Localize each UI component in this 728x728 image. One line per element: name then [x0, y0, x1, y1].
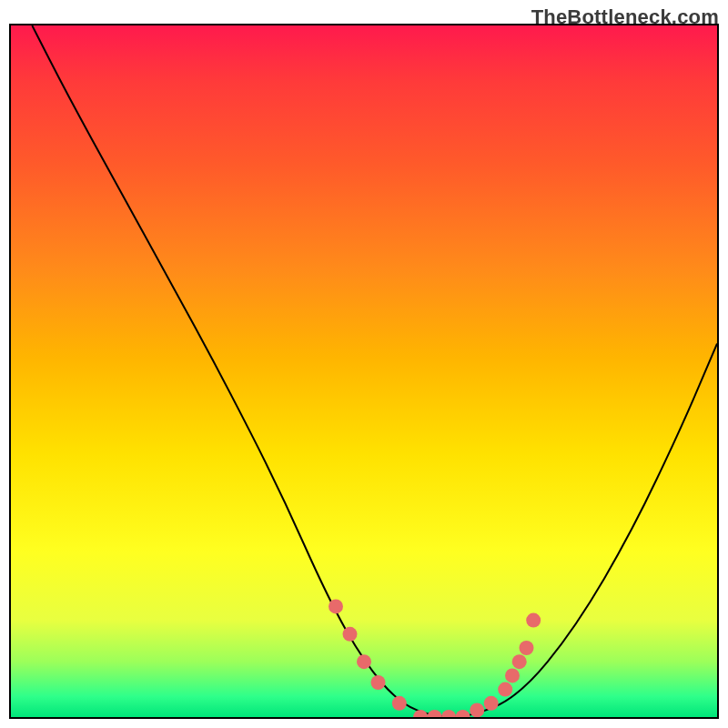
highlight-dot: [470, 703, 484, 717]
highlight-dot: [413, 710, 428, 717]
bottleneck-curve: [32, 25, 717, 717]
highlight-dot: [357, 654, 371, 669]
highlight-dot: [505, 668, 520, 682]
highlight-dot: [512, 654, 527, 669]
highlight-dot: [392, 696, 407, 711]
chart-overlay-svg: [11, 25, 717, 717]
highlight-dot: [441, 710, 456, 717]
highlight-dot: [329, 599, 343, 613]
watermark-text: TheBottleneck.com: [531, 5, 719, 29]
plot-area: [9, 24, 719, 719]
highlight-dot: [428, 710, 442, 717]
highlight-dot: [371, 675, 386, 690]
chart-frame: TheBottleneck.com: [0, 0, 728, 728]
highlight-dot: [526, 613, 541, 628]
highlight-dot: [484, 696, 499, 711]
highlight-dot: [456, 710, 470, 717]
highlight-dot: [520, 641, 534, 655]
highlight-dot: [498, 682, 512, 697]
highlight-dot: [343, 627, 358, 642]
